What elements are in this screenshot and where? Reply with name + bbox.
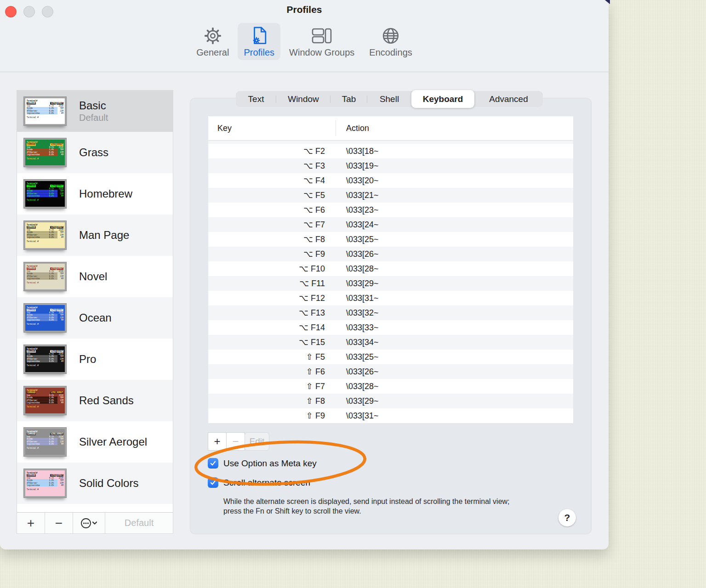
toolbar-item-encodings[interactable]: Encodings: [363, 23, 418, 60]
checkbox-label: Use Option as Meta key: [223, 458, 317, 469]
table-row[interactable]: ⌥ F3 \033[19~: [208, 158, 573, 173]
action-cell: \033[32~: [336, 308, 379, 318]
key-cell: ⌥ F7: [208, 220, 336, 230]
profile-row-pro[interactable]: Terminal# COMMAND %CPU RPRVT top4.1%231K…: [17, 339, 173, 380]
profile-thumbnail: Terminal# COMMAND %CPU RPRVT top4.1%231K…: [24, 262, 66, 291]
table-row[interactable]: ⇧ F6 \033[26~: [208, 364, 573, 379]
key-cell: ⌥ F8: [208, 234, 336, 244]
key-cell: ⌥ F12: [208, 293, 336, 303]
remove-key-button[interactable]: −: [226, 432, 245, 451]
profile-row-man-page[interactable]: Terminal# COMMAND %CPU RPRVT top4.1%231K…: [17, 215, 173, 256]
profile-name: Novel: [79, 270, 107, 283]
table-row[interactable]: ⌥ F5 \033[21~: [208, 188, 573, 203]
default-button[interactable]: Default: [105, 513, 173, 533]
profile-row-ocean[interactable]: Terminal# COMMAND %CPU RPRVT top4.1%231K…: [17, 297, 173, 339]
toolbar-item-window-groups[interactable]: Window Groups: [283, 23, 360, 60]
profile-row-silver-aerogel[interactable]: Terminal# COMMAND %CPU RPRVT top4.1%231K…: [17, 421, 173, 463]
add-key-button[interactable]: +: [208, 432, 227, 451]
action-cell: \033[23~: [336, 205, 379, 215]
table-row[interactable]: ⇧ F7 \033[28~: [208, 379, 573, 394]
table-row[interactable]: ⌥ F10 \033[28~: [208, 261, 573, 276]
table-row[interactable]: ⌥ F15 \033[34~: [208, 335, 573, 350]
toolbar-item-profiles[interactable]: Profiles: [238, 23, 280, 60]
action-cell: \033[29~: [336, 279, 379, 288]
partial-scrolled-row: [208, 141, 573, 144]
key-cell: ⇧ F8: [208, 396, 336, 406]
table-row[interactable]: ⌥ F8 \033[25~: [208, 232, 573, 247]
key-cell: ⌥ F14: [208, 322, 336, 333]
profile-row-solid-colors[interactable]: Terminal# COMMAND %CPU RPRVT top4.1%231K…: [17, 463, 173, 504]
profile-thumbnail: Terminal# COMMAND %CPU RPRVT top4.1%231K…: [24, 345, 66, 373]
profile-row-homebrew[interactable]: Terminal# COMMAND %CPU RPRVT top4.1%231K…: [17, 173, 173, 215]
table-row[interactable]: ⇧ F9 \033[31~: [208, 408, 573, 423]
profile-actions-button[interactable]: [73, 513, 105, 533]
profile-name: Grass: [79, 146, 108, 159]
profiles-doc-icon: [250, 26, 268, 45]
key-cell: ⇧ F7: [208, 381, 336, 391]
table-row[interactable]: ⌥ F7 \033[24~: [208, 217, 573, 232]
preferences-window: Profiles General Profiles Window Groups …: [0, 0, 609, 549]
profile-row-basic[interactable]: Terminal# COMMAND %CPU RPRVT top4.1%231K…: [17, 90, 173, 132]
tab-text[interactable]: Text: [236, 91, 276, 107]
profile-name: Man Page: [79, 229, 129, 242]
table-row[interactable]: ⇧ F5 \033[25~: [208, 350, 573, 364]
tab-advanced[interactable]: Advanced: [474, 91, 543, 107]
profile-row-novel[interactable]: Terminal# COMMAND %CPU RPRVT top4.1%231K…: [17, 256, 173, 297]
action-cell: \033[21~: [336, 191, 379, 200]
action-cell: \033[29~: [336, 396, 379, 406]
tab-keyboard[interactable]: Keyboard: [411, 90, 474, 108]
table-row[interactable]: ⌥ F4 \033[20~: [208, 173, 573, 188]
key-cell: ⇧ F9: [208, 411, 336, 421]
checkbox-label: Scroll alternate screen: [223, 478, 310, 488]
profile-thumbnail: Terminal# COMMAND %CPU RPRVT top4.1%231K…: [24, 180, 66, 208]
key-cell: ⌥ F10: [208, 264, 336, 274]
column-header-key: Key: [208, 124, 232, 133]
profile-rows: Terminal# COMMAND %CPU RPRVT top4.1%231K…: [17, 90, 173, 504]
table-row[interactable]: ⌥ F14 \033[33~: [208, 320, 573, 335]
profile-row-red-sands[interactable]: Terminal# COMMAND %CPU RPRVT top4.1%231K…: [17, 380, 173, 421]
table-row[interactable]: ⌥ F13 \033[32~: [208, 305, 573, 320]
checkbox-scroll-alternate-screen[interactable]: Scroll alternate screen: [208, 477, 310, 488]
key-cell: ⇧ F5: [208, 352, 336, 362]
tab-shell[interactable]: Shell: [367, 91, 411, 107]
remove-profile-button[interactable]: −: [45, 513, 73, 533]
table-row[interactable]: ⌥ F6 \033[23~: [208, 203, 573, 217]
table-row[interactable]: ⌥ F9 \033[26~: [208, 247, 573, 261]
action-cell: \033[26~: [336, 367, 379, 377]
table-row[interactable]: ⌥ F11 \033[29~: [208, 276, 573, 291]
edit-key-button[interactable]: Edit: [245, 432, 269, 451]
tab-tab[interactable]: Tab: [330, 91, 367, 107]
key-cell: ⌥ F6: [208, 205, 336, 215]
profile-thumbnail: Terminal# COMMAND %CPU RPRVT top4.1%231K…: [24, 428, 66, 456]
gear-icon: [204, 26, 222, 45]
titlebar: Profiles General Profiles Window Groups …: [0, 0, 609, 72]
action-cell: \033[34~: [336, 338, 379, 347]
table-body: ⌥ F2 \033[18~ ⌥ F3 \033[19~ ⌥ F4 \033[20…: [208, 144, 573, 423]
help-button[interactable]: ?: [558, 509, 576, 526]
tab-window[interactable]: Window: [276, 91, 330, 107]
key-cell: ⌥ F4: [208, 175, 336, 186]
key-cell: ⌥ F3: [208, 161, 336, 171]
table-header: Key Action: [208, 116, 573, 141]
profile-thumbnail: Terminal# COMMAND %CPU RPRVT top4.1%231K…: [24, 221, 66, 249]
table-row[interactable]: ⌥ F2 \033[18~: [208, 144, 573, 158]
table-row[interactable]: ⇧ F8 \033[29~: [208, 394, 573, 408]
key-action-table: Key Action ⌥ F2 \033[18~ ⌥ F3 \033[19~ ⌥…: [208, 116, 573, 423]
column-header-action: Action: [346, 124, 369, 133]
add-profile-button[interactable]: +: [17, 513, 45, 533]
toolbar-item-general[interactable]: General: [190, 23, 235, 60]
profile-list-footer: + − Default: [17, 512, 173, 533]
action-cell: \033[26~: [336, 249, 379, 259]
column-divider: [336, 120, 336, 136]
scroll-alternate-help-text: While the alternate screen is displayed,…: [223, 497, 527, 516]
profile-thumbnail: Terminal# COMMAND %CPU RPRVT top4.1%231K…: [24, 97, 66, 125]
action-cell: \033[31~: [336, 294, 379, 303]
table-row[interactable]: ⌥ F12 \033[31~: [208, 291, 573, 305]
profile-name: Pro: [79, 353, 96, 366]
checkbox-use-option-as-meta-key[interactable]: Use Option as Meta key: [208, 458, 317, 469]
profile-name: Ocean: [79, 311, 112, 324]
key-cell: ⌥ F15: [208, 337, 336, 347]
profile-tabs: TextWindowTabShellKeyboardAdvanced: [236, 91, 543, 107]
action-cell: \033[28~: [336, 264, 379, 274]
profile-row-grass[interactable]: Terminal# COMMAND %CPU RPRVT top4.1%231K…: [17, 132, 173, 173]
